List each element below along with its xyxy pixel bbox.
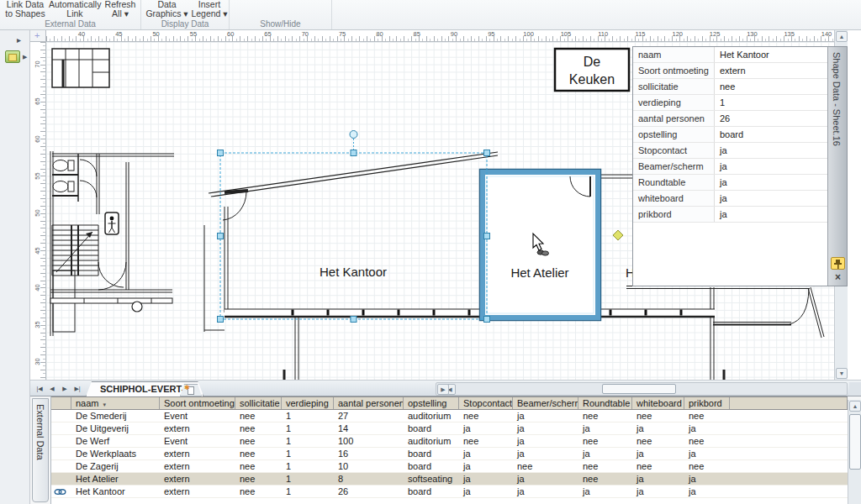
shape-data-value[interactable]: ja <box>715 143 828 158</box>
header-link-column <box>51 397 71 409</box>
group-label-display-data: Display Data <box>141 19 229 29</box>
cell: nee <box>235 460 282 472</box>
cell: ja <box>459 460 513 472</box>
shape-data-row[interactable]: prikbordja <box>633 207 828 223</box>
shape-data-label: opstelling <box>633 127 715 142</box>
prev-page-button[interactable]: ◀ <box>46 383 58 395</box>
link-cell <box>51 435 71 447</box>
shape-data-value[interactable]: nee <box>715 79 828 94</box>
cell: nee <box>513 460 578 472</box>
cell: 1 <box>282 448 334 459</box>
shapes-stencil-arrow-icon[interactable]: ▶ <box>23 54 27 60</box>
scroll-down-icon[interactable]: ▼ <box>836 368 848 379</box>
link-cell <box>51 460 71 472</box>
column-header-opstelling[interactable]: opstelling <box>404 397 459 409</box>
scrollbar-corner <box>849 382 861 396</box>
first-page-button[interactable]: |◀ <box>34 383 45 395</box>
shape-data-value[interactable]: ja <box>715 191 828 206</box>
cell: De Zagerij <box>71 460 160 472</box>
room-label-keuken-line1[interactable]: De <box>584 55 601 69</box>
shape-data-row[interactable]: opstellingboard <box>633 127 828 143</box>
shape-data-value[interactable]: ja <box>715 175 828 190</box>
shape-data-row[interactable]: Beamer/schermja <box>633 159 828 175</box>
shape-data-label: Stopcontact <box>633 143 715 158</box>
cell: Event <box>160 410 235 422</box>
cell: 27 <box>334 410 404 422</box>
cell: nee <box>578 473 632 485</box>
scroll-up-icon[interactable]: ▲ <box>836 31 848 42</box>
refresh-all-button[interactable]: Refresh All ▾ <box>101 0 140 18</box>
shape-data-value[interactable]: board <box>715 127 828 142</box>
column-header-aantal-personen[interactable]: aantal personen <box>334 397 404 409</box>
h-ruler-label: 140 <box>820 30 833 38</box>
room-het-atelier[interactable] <box>480 170 601 321</box>
scroll-right-icon[interactable]: ▶ <box>437 384 449 395</box>
cell: ja <box>684 423 730 434</box>
h-ruler-label: 115 <box>634 30 647 38</box>
table-row[interactable]: De SmederijEventnee127auditoriumneejanee… <box>51 410 848 423</box>
vertical-ruler: 706560555045403530 <box>30 42 46 380</box>
column-header-sollicitatie[interactable]: sollicitatie <box>235 397 282 409</box>
automatically-link-button[interactable]: Automatically Link <box>49 0 101 18</box>
shape-data-value[interactable]: ja <box>715 159 828 174</box>
column-header-beamer-scherm[interactable]: Beamer/scherm <box>513 397 578 409</box>
room-label-het-kantoor[interactable]: Het Kantoor <box>320 265 387 279</box>
shape-data-row[interactable]: sollicitatienee <box>633 79 828 95</box>
cell: De Smederij <box>71 410 160 422</box>
cell: extern <box>160 448 235 459</box>
shape-data-value[interactable]: Het Kantoor <box>715 47 828 62</box>
table-row[interactable]: Het Kantoorexternnee126boardjajajajaja <box>51 486 848 498</box>
column-header-verdieping[interactable]: verdieping <box>282 397 334 409</box>
column-header-prikbord[interactable]: prikbord <box>684 397 730 409</box>
shape-data-value[interactable]: 1 <box>715 95 828 110</box>
column-header-soort-ontmoeting[interactable]: Soort ontmoeting <box>160 397 235 409</box>
shape-data-row[interactable]: aantal personen26 <box>633 111 828 127</box>
expand-shapes-chevron-icon[interactable]: ▸ <box>17 35 21 45</box>
shape-data-row[interactable]: verdieping1 <box>633 95 828 111</box>
link-data-to-shapes-button[interactable]: Link Data to Shapes <box>3 0 47 18</box>
close-icon[interactable]: × <box>831 272 845 284</box>
insert-legend-button[interactable]: Insert Legend ▾ <box>190 0 229 18</box>
rotation-handle[interactable] <box>350 131 357 139</box>
cell: ja <box>513 410 578 422</box>
column-header-whiteboard[interactable]: whiteboard <box>632 397 684 409</box>
table-row[interactable]: De Werkplaatsexternnee116boardjajajajaja <box>51 448 848 460</box>
canvas-hscroll-thumb[interactable] <box>602 384 676 394</box>
cell: 8 <box>334 473 404 485</box>
shape-data-row[interactable]: Soort ontmoetingextern <box>633 63 828 79</box>
shape-data-row[interactable]: Stopcontactja <box>633 143 828 159</box>
shape-data-row[interactable]: Roundtableja <box>633 175 828 191</box>
table-row[interactable]: Het Atelierexternnee18softseatingjajanee… <box>51 473 848 486</box>
external-data-vertical-scrollbar[interactable]: ▲ <box>848 400 861 504</box>
control-handle-diamond[interactable] <box>613 230 623 240</box>
cell: nee <box>459 435 513 447</box>
filter-dropdown-icon[interactable]: ▾ <box>103 402 107 407</box>
column-header-stopcontact[interactable]: Stopcontact <box>459 397 513 409</box>
next-page-button[interactable]: ▶ <box>59 383 71 395</box>
shape-data-value[interactable]: 26 <box>715 111 828 126</box>
cell: ja <box>578 486 632 497</box>
shapes-stencil-icon[interactable] <box>5 50 20 63</box>
table-row[interactable]: De Uitgeverijexternnee114boardjajajajaja <box>51 423 848 435</box>
room-label-keuken-line2[interactable]: Keuken <box>569 72 615 87</box>
scroll-up-icon[interactable]: ▲ <box>849 401 861 412</box>
table-row[interactable]: De Zagerijexternnee110boardjaneeneeneene… <box>51 460 848 473</box>
pin-icon[interactable] <box>831 257 845 270</box>
external-data-tab[interactable]: External Data <box>32 398 49 502</box>
shape-data-value[interactable]: extern <box>715 63 828 78</box>
last-page-button[interactable]: ▶| <box>71 383 83 395</box>
cell: De Uitgeverij <box>71 423 160 434</box>
cell: 1 <box>282 486 334 497</box>
column-header-roundtable[interactable]: Roundtable <box>578 397 632 409</box>
column-header-naam[interactable]: naam▾ <box>71 397 160 409</box>
shape-data-row[interactable]: naamHet Kantoor <box>633 47 828 63</box>
cell: nee <box>235 410 282 422</box>
table-shape[interactable] <box>52 49 109 87</box>
ext-vscroll-thumb[interactable] <box>849 414 861 470</box>
room-label-het-atelier[interactable]: Het Atelier <box>510 265 568 280</box>
table-row[interactable]: De WerfEventnee1100auditoriumneejaneenee… <box>51 435 848 448</box>
canvas-horizontal-scrollbar[interactable]: ◀ ▶ <box>436 382 848 396</box>
data-graphics-button[interactable]: Data Graphics ▾ <box>144 0 190 18</box>
shape-data-value[interactable]: ja <box>715 207 828 222</box>
shape-data-row[interactable]: whiteboardja <box>633 191 828 207</box>
